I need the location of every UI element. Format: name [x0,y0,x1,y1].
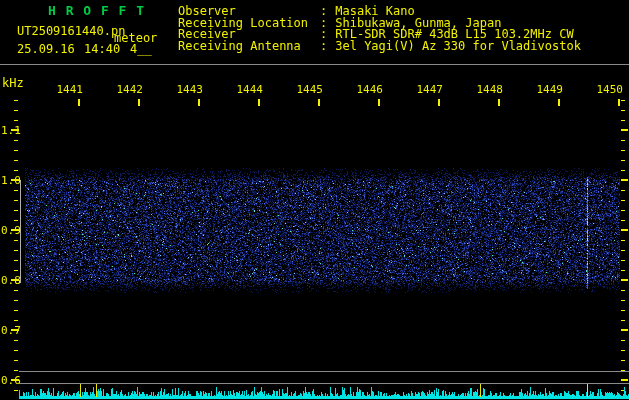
filename-label: UT2509161440.pn [17,24,125,38]
app-title: H R O F F T [48,3,145,18]
x-tick-label: 1444 [235,83,263,96]
header-separator-line [0,64,629,65]
info-value: 3el Yagi(V) Az 330 for Vladivostok [335,39,581,53]
x-tick-label: 1443 [175,83,203,96]
hrofft-screen: H R O F F T UT2509161440.pn meteor 25.09… [0,0,629,400]
y-tick-label: 0.8 [1,274,23,287]
x-tick-label: 1446 [355,83,383,96]
y-tick-label: 1.0 [1,174,23,187]
echo-counter: 4__ [130,42,152,56]
info-colon: : [320,39,327,53]
x-tick-label: 1441 [55,83,83,96]
y-axis-unit-label: kHz [2,76,24,90]
x-tick-label: 1447 [415,83,443,96]
info-row-antenna: Receiving Antenna:3el Yagi(V) Az 330 for… [178,39,581,53]
spectrogram-canvas [0,0,629,400]
x-tick-label: 1450 [595,83,623,96]
y-tick-label: 0.7 [1,324,23,337]
time-label: 14:40 [84,42,120,56]
y-tick-label: 0.9 [1,224,23,237]
y-tick-label: 0.6 [1,374,23,387]
x-tick-label: 1445 [295,83,323,96]
x-tick-label: 1449 [535,83,563,96]
x-tick-label: 1442 [115,83,143,96]
x-tick-label: 1448 [475,83,503,96]
y-tick-label: 1.1 [1,124,23,137]
info-label: Receiving Antenna [178,39,320,53]
date-label: 25.09.16 [17,42,75,56]
